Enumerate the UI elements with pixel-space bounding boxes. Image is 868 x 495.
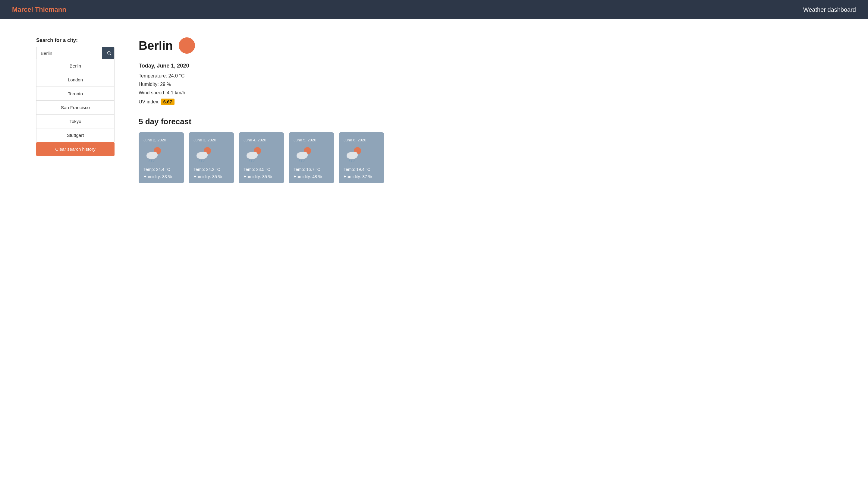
forecast-title: 5 day forecast <box>139 117 844 126</box>
app-header: Marcel Thiemann Weather dashboard <box>0 0 868 19</box>
forecast-weather-icon <box>294 147 329 162</box>
wind-speed-stat: Wind speed: 4.1 km/h <box>139 90 844 96</box>
history-item[interactable]: Tokyo <box>36 115 114 129</box>
uv-label: UV index: <box>139 99 161 104</box>
uv-index-stat: UV index: 6.67 <box>139 99 844 105</box>
forecast-card: June 4, 2020 Temp: 23.5 °C Humidity: 35 … <box>239 132 284 183</box>
search-label: Search for a city: <box>36 37 115 44</box>
svg-line-4 <box>149 160 150 161</box>
history-item[interactable]: London <box>36 73 114 87</box>
forecast-temp: Temp: 23.5 °C <box>244 167 279 172</box>
clear-history-button[interactable]: Clear search history <box>36 142 115 156</box>
city-name: Berlin <box>139 39 173 52</box>
forecast-weather-icon <box>344 147 379 162</box>
search-button[interactable] <box>102 47 115 59</box>
today-section: Today, June 1, 2020 Temperature: 24.0 °C… <box>139 63 844 105</box>
history-item[interactable]: Stuttgart <box>36 129 114 142</box>
svg-line-11 <box>199 160 199 161</box>
svg-line-12 <box>201 160 202 161</box>
weather-panel: Berlin Today, June 1, 2020 Temperature: … <box>139 37 844 183</box>
svg-line-25 <box>299 160 299 161</box>
svg-line-5 <box>151 160 152 161</box>
forecast-grid: June 2, 2020 Temp: 24.4 °C Humidity: 33 … <box>139 132 844 183</box>
page-title: Weather dashboard <box>803 6 856 13</box>
forecast-date: June 4, 2020 <box>244 138 279 142</box>
forecast-weather-icon <box>244 147 279 162</box>
forecast-date: June 5, 2020 <box>294 138 329 142</box>
humidity-stat: Humidity: 29 % <box>139 82 844 87</box>
svg-point-24 <box>301 152 308 158</box>
svg-point-10 <box>201 152 208 158</box>
forecast-humidity: Humidity: 33 % <box>143 174 179 179</box>
forecast-temp: Temp: 24.2 °C <box>193 167 229 172</box>
search-icon <box>106 50 112 56</box>
forecast-card: June 2, 2020 Temp: 24.4 °C Humidity: 33 … <box>139 132 184 183</box>
svg-line-33 <box>351 160 352 161</box>
svg-line-13 <box>204 160 204 161</box>
main-content: Search for a city: BerlinLondonTorontoSa… <box>0 19 868 195</box>
svg-line-32 <box>349 160 350 161</box>
forecast-weather-icon <box>143 147 179 162</box>
svg-line-19 <box>251 160 252 161</box>
uv-value: 6.67 <box>161 99 174 105</box>
today-date: Today, June 1, 2020 <box>139 63 844 69</box>
forecast-humidity: Humidity: 35 % <box>193 174 229 179</box>
history-item[interactable]: Toronto <box>36 87 114 101</box>
history-item[interactable]: Berlin <box>36 59 114 73</box>
forecast-humidity: Humidity: 48 % <box>294 174 329 179</box>
svg-point-17 <box>251 152 258 158</box>
forecast-humidity: Humidity: 37 % <box>344 174 379 179</box>
forecast-card: June 6, 2020 Temp: 19.4 °C Humidity: 37 … <box>339 132 384 183</box>
svg-line-26 <box>301 160 302 161</box>
forecast-date: June 6, 2020 <box>344 138 379 142</box>
forecast-weather-icon <box>193 147 229 162</box>
search-row <box>36 47 115 59</box>
svg-line-6 <box>154 160 154 161</box>
sidebar: Search for a city: BerlinLondonTorontoSa… <box>36 37 115 183</box>
temperature-stat: Temperature: 24.0 °C <box>139 73 844 79</box>
svg-line-20 <box>254 160 254 161</box>
sun-icon <box>179 37 195 54</box>
history-item[interactable]: San Francisco <box>36 101 114 115</box>
forecast-date: June 3, 2020 <box>193 138 229 142</box>
forecast-temp: Temp: 19.4 °C <box>344 167 379 172</box>
svg-line-18 <box>249 160 249 161</box>
forecast-date: June 2, 2020 <box>143 138 179 142</box>
svg-point-3 <box>151 152 158 158</box>
svg-line-34 <box>354 160 354 161</box>
svg-point-31 <box>351 152 358 158</box>
forecast-card: June 3, 2020 Temp: 24.2 °C Humidity: 35 … <box>189 132 234 183</box>
search-history-list: BerlinLondonTorontoSan FranciscoTokyoStu… <box>36 59 115 142</box>
forecast-humidity: Humidity: 35 % <box>244 174 279 179</box>
forecast-temp: Temp: 24.4 °C <box>143 167 179 172</box>
city-row: Berlin <box>139 37 844 54</box>
brand-name: Marcel Thiemann <box>12 6 66 14</box>
forecast-section: 5 day forecast June 2, 2020 Temp <box>139 117 844 183</box>
forecast-card: June 5, 2020 Temp: 16.7 °C Humidity: 48 … <box>289 132 334 183</box>
forecast-temp: Temp: 16.7 °C <box>294 167 329 172</box>
search-input[interactable] <box>36 47 102 59</box>
svg-line-27 <box>304 160 305 161</box>
